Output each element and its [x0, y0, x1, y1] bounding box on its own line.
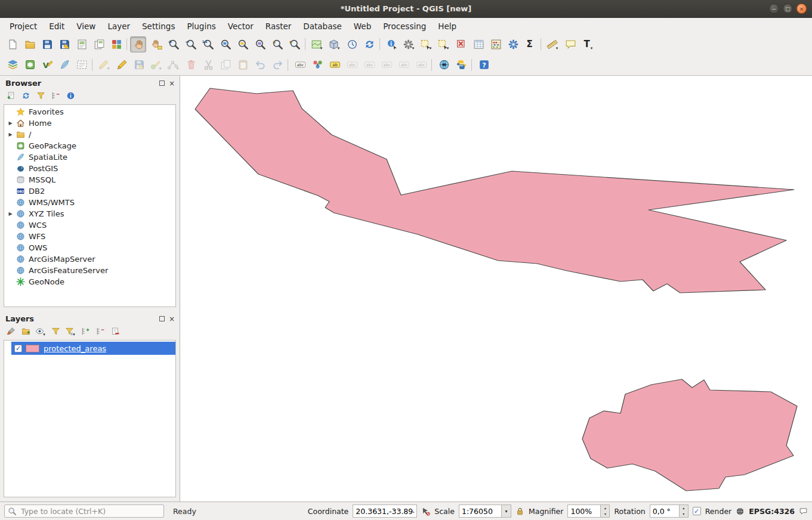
zoom-to-selection-button[interactable] — [234, 36, 250, 52]
filter-legend-button[interactable] — [48, 325, 62, 338]
labeling-single-button[interactable] — [326, 57, 342, 73]
browser-item-ows[interactable]: OWS — [4, 242, 175, 253]
collapse-all-layers-button[interactable] — [93, 325, 107, 338]
menu-help[interactable]: Help — [432, 19, 462, 33]
coordinate-input[interactable] — [353, 504, 417, 518]
layers-float-button[interactable] — [159, 316, 165, 321]
properties-widget-button[interactable] — [63, 89, 77, 102]
menu-edit[interactable]: Edit — [43, 19, 70, 33]
crs-status[interactable]: EPSG:4326 — [749, 507, 795, 516]
scale-dropdown-arrow[interactable]: ▾ — [502, 504, 511, 518]
select-features-by-value-button[interactable]: ▾ — [435, 36, 451, 52]
add-selected-layers-button[interactable] — [4, 89, 17, 102]
copy-features-button[interactable] — [217, 57, 233, 73]
menu-vector[interactable]: Vector — [222, 19, 260, 33]
browser-item-wcs[interactable]: WCS — [4, 219, 175, 231]
remove-layer-button[interactable] — [108, 325, 122, 338]
titlebar[interactable]: *Untitled Project - QGIS [new] −□× — [0, 0, 812, 18]
processing-toolbox-button[interactable] — [504, 36, 520, 52]
select-features-button[interactable]: ▾ — [418, 36, 434, 52]
pan-map-button[interactable] — [130, 36, 146, 52]
menu-project[interactable]: Project — [4, 19, 43, 33]
browser-item-arcgisfeatureserver[interactable]: ArcGisFeatureServer — [4, 265, 175, 276]
scale-input[interactable] — [459, 504, 502, 518]
new-geopackage-layer-button[interactable] — [21, 57, 37, 73]
expand-arrow-icon[interactable]: ▶ — [7, 211, 14, 216]
browser-item-favorites[interactable]: Favorites — [4, 106, 175, 117]
deselect-features-button[interactable] — [452, 36, 468, 52]
menu-layer[interactable]: Layer — [101, 19, 136, 33]
field-calculator-button[interactable] — [487, 36, 503, 52]
browser-item-mssql[interactable]: MSSQL — [4, 174, 175, 185]
browser-item-postgis[interactable]: PostGIS — [4, 163, 175, 174]
redo-button[interactable] — [268, 57, 285, 73]
new-print-layout-button[interactable] — [73, 36, 89, 52]
lock-scale-icon[interactable] — [515, 507, 524, 516]
rotation-input[interactable] — [650, 504, 680, 518]
minimize-button[interactable]: − — [769, 4, 779, 14]
browser-item-root[interactable]: ▶ / — [4, 129, 175, 140]
temporal-controller-button[interactable] — [343, 36, 359, 52]
zoom-to-layer-button[interactable] — [251, 36, 267, 52]
open-project-button[interactable] — [21, 36, 37, 52]
magnifier-spin-buttons[interactable]: ▴ ▾ — [601, 504, 610, 518]
paste-features-button[interactable] — [234, 57, 250, 73]
expand-arrow-icon[interactable]: ▶ — [7, 132, 14, 137]
run-feature-action-button[interactable]: ▾ — [400, 36, 416, 52]
layer-labeling-button[interactable] — [291, 57, 307, 73]
zoom-in-button[interactable]: + — [165, 36, 181, 52]
map-canvas[interactable] — [180, 76, 812, 502]
rotation-spin-buttons[interactable]: ▴ ▾ — [680, 504, 688, 518]
refresh-browser-button[interactable] — [18, 89, 32, 102]
help-button[interactable] — [475, 57, 491, 73]
browser-item-arcgismapserver[interactable]: ArcGisMapServer — [4, 253, 175, 265]
show-layout-manager-button[interactable] — [90, 36, 106, 52]
style-manager-button[interactable] — [107, 36, 124, 52]
vertex-tool-button[interactable]: ▾ — [165, 57, 181, 73]
zoom-next-button[interactable]: ▸ — [286, 36, 302, 52]
new-shapefile-layer-button[interactable] — [38, 57, 54, 73]
browser-item-wfs[interactable]: WFS — [4, 231, 175, 242]
change-label-button[interactable] — [412, 57, 428, 73]
layer-diagram-button[interactable] — [308, 57, 325, 73]
browser-item-geopackage[interactable]: GeoPackage — [4, 140, 175, 151]
browser-item-geonode[interactable]: GeoNode — [4, 276, 175, 287]
open-attribute-table-button[interactable] — [470, 36, 486, 52]
text-annotation-button[interactable]: T ▾ — [579, 36, 595, 52]
zoom-out-button[interactable]: − — [182, 36, 198, 52]
browser-item-wms-wmts[interactable]: WMS/WMTS — [4, 197, 175, 208]
menu-raster[interactable]: Raster — [260, 19, 298, 33]
cut-features-button[interactable] — [199, 57, 215, 73]
maximize-button[interactable]: □ — [783, 4, 793, 14]
manage-map-themes-button[interactable]: ▾ — [33, 325, 47, 338]
crs-globe-icon[interactable] — [736, 507, 745, 516]
expand-arrow-icon[interactable]: ▶ — [7, 120, 14, 126]
browser-item-xyz-tiles[interactable]: ▶ XYZ Tiles — [4, 208, 175, 219]
magnifier-spinbox[interactable]: ▴ ▾ — [567, 504, 610, 518]
toggle-editing-button[interactable] — [113, 57, 129, 73]
locator-input[interactable] — [20, 506, 160, 516]
new-3d-map-view-button[interactable]: ▾ — [326, 36, 342, 52]
close-button[interactable]: × — [796, 4, 807, 14]
move-label-button[interactable] — [378, 57, 394, 73]
spin-up-icon[interactable]: ▴ — [601, 505, 609, 511]
spin-down-icon[interactable]: ▾ — [601, 511, 609, 517]
expand-all-button[interactable] — [78, 325, 92, 338]
protected-area-polygon-south[interactable] — [582, 379, 797, 491]
magnifier-input[interactable] — [567, 504, 601, 518]
highlight-pinned-labels-button[interactable] — [360, 57, 376, 73]
menu-processing[interactable]: Processing — [377, 19, 432, 33]
browser-close-button[interactable]: × — [169, 80, 175, 87]
menu-view[interactable]: View — [70, 19, 101, 33]
delete-selected-button[interactable] — [182, 57, 198, 73]
layers-close-button[interactable]: × — [169, 315, 175, 323]
zoom-full-button[interactable] — [217, 36, 233, 52]
save-project-button[interactable] — [38, 36, 54, 52]
browser-item-home[interactable]: ▶ Home — [4, 117, 175, 129]
new-project-button[interactable] — [4, 36, 20, 52]
add-group-button[interactable] — [18, 325, 32, 338]
filter-legend-by-expression-button[interactable]: ▾ — [63, 325, 77, 338]
undo-button[interactable] — [251, 57, 267, 73]
open-data-source-manager-button[interactable] — [4, 57, 20, 73]
log-messages-icon[interactable] — [799, 507, 808, 516]
